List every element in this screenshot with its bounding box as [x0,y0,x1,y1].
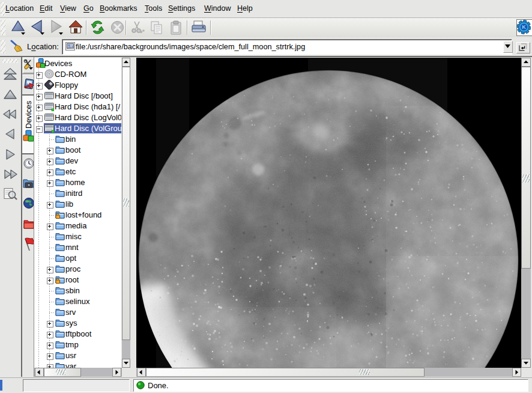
svg-text:K: K [522,24,526,30]
